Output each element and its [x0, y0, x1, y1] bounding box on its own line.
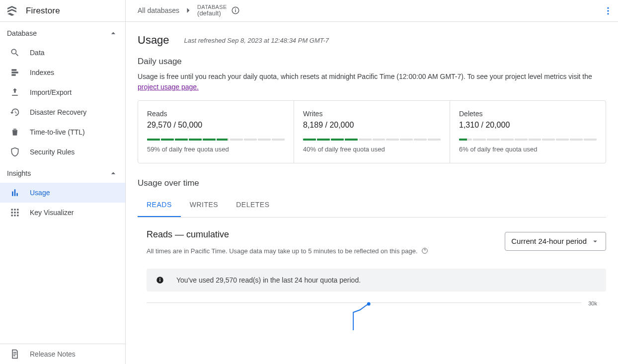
sidebar-footer: Release Notes: [0, 344, 125, 364]
quota-card-deletes: Deletes1,310 / 20,0006% of daily free qu…: [450, 101, 606, 163]
sidebar-item-import-export[interactable]: Import/Export: [0, 82, 125, 102]
dropdown-arrow-icon: [591, 237, 600, 246]
chevron-right-icon: [183, 5, 193, 15]
quota-label: Writes: [303, 110, 441, 118]
sidebar-item-indexes[interactable]: Indexes: [0, 63, 125, 82]
svg-point-3: [607, 7, 609, 8]
quota-value: 29,570 / 50,000: [147, 121, 285, 130]
nav-group-label: Database: [7, 29, 37, 37]
daily-desc-text: Usage is free until you reach your daily…: [138, 73, 592, 80]
svg-point-10: [367, 302, 371, 306]
sidebar-item-label: Import/Export: [30, 88, 72, 96]
nav-group-label: Insights: [7, 169, 31, 177]
quota-percent-label: 59% of daily free quota used: [147, 146, 285, 153]
period-select[interactable]: Current 24-hour period: [505, 232, 606, 251]
sidebar: Firestore Database Data Indexes Im: [0, 0, 126, 364]
quota-value: 8,189 / 20,000: [303, 121, 441, 130]
content: Usage Last refreshed Sep 8, 2023 at 12:4…: [126, 22, 618, 364]
usage-banner: You've used 29,570 read(s) in the last 2…: [147, 269, 606, 291]
grid-icon: [10, 208, 20, 218]
chevron-up-icon: [108, 168, 118, 178]
chart-line: [147, 300, 581, 330]
project-usage-link[interactable]: project usage page.: [138, 83, 199, 91]
svg-rect-2: [235, 10, 236, 12]
sidebar-item-usage[interactable]: Usage: [0, 183, 125, 203]
info-icon[interactable]: [231, 6, 240, 15]
quota-card-writes: Writes8,189 / 20,00040% of daily free qu…: [294, 101, 450, 163]
quota-percent-label: 6% of daily free quota used: [459, 146, 597, 153]
breadcrumb-database[interactable]: DATABASE (default): [197, 4, 227, 17]
history-icon: [10, 107, 20, 117]
search-icon: [10, 48, 20, 58]
indexes-icon: [10, 68, 20, 77]
sidebar-item-ttl[interactable]: Time-to-live (TTL): [0, 122, 125, 142]
svg-point-9: [159, 278, 160, 279]
quota-progress-bar: [303, 139, 441, 141]
breadcrumb-label: All databases: [138, 7, 179, 14]
tab-writes[interactable]: WRITES: [181, 193, 227, 217]
chart-area: 30k: [147, 300, 606, 330]
sidebar-item-label: Security Rules: [30, 148, 75, 156]
section-usage-over-time-title: Usage over time: [138, 178, 606, 188]
last-refreshed: Last refreshed Sep 8, 2023 at 12:48:34 P…: [184, 37, 329, 44]
chevron-up-icon: [108, 28, 118, 38]
nav-section-database: Database Data Indexes Import/Export: [0, 22, 125, 162]
nav-group-header-database[interactable]: Database: [0, 24, 125, 43]
quota-value: 1,310 / 20,000: [459, 121, 597, 130]
sidebar-item-label: Time-to-live (TTL): [30, 128, 85, 136]
sidebar-item-key-visualizer[interactable]: Key Visualizer: [0, 203, 125, 222]
topbar: All databases DATABASE (default): [126, 0, 618, 22]
quota-row: Reads29,570 / 50,00059% of daily free qu…: [138, 100, 606, 163]
bar-chart-icon: [10, 188, 20, 198]
more-vert-icon[interactable]: [603, 6, 613, 16]
svg-rect-8: [159, 280, 160, 282]
banner-text: You've used 29,570 read(s) in the last 2…: [176, 276, 361, 284]
sidebar-item-release-notes[interactable]: Release Notes: [0, 344, 125, 364]
period-label: Current 24-hour period: [511, 237, 587, 245]
sidebar-item-label: Release Notes: [30, 350, 76, 358]
sidebar-item-security-rules[interactable]: Security Rules: [0, 142, 125, 162]
quota-percent-label: 40% of daily free quota used: [303, 146, 441, 153]
breadcrumbs: All databases DATABASE (default): [138, 4, 240, 17]
chart-hint: All times are in Pacific Time. Usage dat…: [147, 247, 429, 255]
nav-section-insights: Insights Usage Key Visualizer: [0, 162, 125, 222]
chart-title: Reads — cumulative: [147, 229, 429, 240]
sidebar-item-label: Usage: [30, 189, 50, 197]
tab-reads[interactable]: READS: [138, 193, 181, 217]
sidebar-item-data[interactable]: Data: [0, 43, 125, 63]
upload-icon: [10, 87, 20, 97]
daily-usage-desc: Usage is free until you reach your daily…: [138, 72, 606, 92]
svg-point-5: [607, 13, 609, 14]
main: All databases DATABASE (default) Usage L…: [126, 0, 618, 364]
quota-label: Deletes: [459, 110, 597, 118]
quota-progress-bar: [459, 139, 597, 141]
quota-progress-bar: [147, 139, 285, 141]
sidebar-item-label: Disaster Recovery: [30, 108, 86, 116]
chart-hint-text: All times are in Pacific Time. Usage dat…: [147, 247, 418, 255]
svg-point-4: [607, 10, 609, 11]
sidebar-item-label: Key Visualizer: [30, 209, 74, 217]
sidebar-item-disaster-recovery[interactable]: Disaster Recovery: [0, 102, 125, 122]
shield-icon: [10, 147, 20, 157]
quota-card-reads: Reads29,570 / 50,00059% of daily free qu…: [138, 101, 294, 163]
chart-ytick: 30k: [588, 300, 597, 306]
info-filled-icon: [155, 276, 164, 285]
chart-panel: Reads — cumulative All times are in Paci…: [138, 218, 606, 330]
breadcrumb-all-databases[interactable]: All databases: [138, 7, 179, 14]
brand-title: Firestore: [26, 6, 60, 16]
quota-label: Reads: [147, 110, 285, 118]
section-daily-usage-title: Daily usage: [138, 57, 606, 67]
nav-group-header-insights[interactable]: Insights: [0, 164, 125, 183]
usage-tabs: READS WRITES DELETES: [138, 193, 606, 218]
svg-point-1: [235, 9, 236, 10]
sidebar-item-label: Indexes: [30, 69, 54, 76]
firestore-logo-icon: [6, 5, 26, 17]
brand: Firestore: [0, 0, 125, 22]
document-icon: [10, 349, 20, 359]
trash-icon: [10, 127, 20, 137]
page-title: Usage: [138, 34, 169, 47]
breadcrumb-value: (default): [197, 10, 227, 17]
help-icon[interactable]: [421, 247, 429, 255]
sidebar-item-label: Data: [30, 49, 45, 57]
tab-deletes[interactable]: DELETES: [227, 193, 278, 217]
